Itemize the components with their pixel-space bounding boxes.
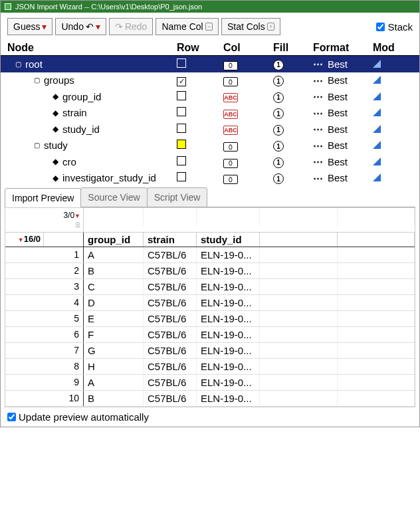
table-cell[interactable] xyxy=(260,311,338,326)
table-cell[interactable]: ELN-19-0... xyxy=(197,343,260,358)
tree-row[interactable]: ◆group_idABC1⋯Best xyxy=(1,88,419,105)
table-row[interactable]: 4DC57BL/6ELN-19-0... xyxy=(5,295,415,311)
table-cell[interactable]: ELN-19-0... xyxy=(197,247,260,262)
table-row[interactable]: 8HC57BL/6ELN-19-0... xyxy=(5,359,415,375)
table-cell[interactable]: H xyxy=(84,359,144,374)
tree-row[interactable]: ◆strainABC1⋯Best xyxy=(1,105,419,122)
fill-icon[interactable]: 1 xyxy=(273,125,284,136)
table-cell[interactable] xyxy=(338,311,415,326)
row-number[interactable]: 4 xyxy=(5,295,84,310)
row-number[interactable]: 7 xyxy=(5,343,84,358)
table-row[interactable]: 6FC57BL/6ELN-19-0... xyxy=(5,327,415,343)
format-more-icon[interactable]: ⋯ xyxy=(313,90,324,102)
column-header[interactable]: strain xyxy=(144,233,197,247)
col-type-num-icon[interactable]: ⬯ xyxy=(223,77,238,86)
mod-icon[interactable] xyxy=(373,141,381,149)
tree-row[interactable]: ▢root⬯1⋯Best xyxy=(1,56,419,72)
row-checkbox[interactable] xyxy=(177,107,186,116)
update-preview-checkbox[interactable] xyxy=(7,413,16,421)
col-type-num-icon[interactable]: ⬯ xyxy=(223,142,238,152)
table-cell[interactable] xyxy=(260,247,338,262)
tree-row[interactable]: ▢groups✓⬯1⋯Best xyxy=(1,72,419,89)
table-cell[interactable] xyxy=(338,327,415,342)
table-cell[interactable] xyxy=(338,391,415,406)
row-number[interactable]: 1 xyxy=(5,247,84,262)
table-cell[interactable]: ELN-19-0... xyxy=(197,375,260,390)
column-header[interactable]: study_id xyxy=(197,233,260,247)
table-cell[interactable]: ELN-19-0... xyxy=(197,359,260,374)
col-type-abc-icon[interactable]: ABC xyxy=(223,126,238,135)
col-type-num-icon[interactable]: ⬯ xyxy=(223,159,238,168)
table-cell[interactable] xyxy=(338,359,415,374)
table-cell[interactable]: ELN-19-0... xyxy=(197,295,260,310)
table-row[interactable]: 9AC57BL/6ELN-19-0... xyxy=(5,375,415,391)
expand-icon[interactable]: ▢ xyxy=(34,142,40,149)
row-checkbox[interactable] xyxy=(177,91,186,100)
row-checkbox[interactable] xyxy=(177,124,186,133)
tab-import-preview[interactable]: Import Preview xyxy=(5,188,81,207)
row-checkbox[interactable] xyxy=(177,140,186,149)
table-cell[interactable]: ELN-19-0... xyxy=(197,311,260,326)
table-cell[interactable]: ELN-19-0... xyxy=(197,263,260,278)
format-more-icon[interactable]: ⋯ xyxy=(313,172,324,184)
row-number[interactable]: 10 xyxy=(5,391,84,406)
table-cell[interactable]: B xyxy=(84,263,144,278)
table-cell[interactable]: C57BL/6 xyxy=(144,247,197,262)
table-cell[interactable]: C57BL/6 xyxy=(144,263,197,278)
tree-row[interactable]: ◆cro⬯1⋯Best xyxy=(1,154,419,170)
table-cell[interactable]: C57BL/6 xyxy=(144,391,197,406)
format-more-icon[interactable]: ⋯ xyxy=(313,58,324,70)
row-checkbox[interactable] xyxy=(177,172,186,181)
mod-icon[interactable] xyxy=(373,76,381,84)
col-type-num-icon[interactable]: ⬯ xyxy=(223,61,238,70)
table-cell[interactable] xyxy=(260,343,338,358)
tab-script-view[interactable]: Script View xyxy=(147,187,208,207)
table-cell[interactable] xyxy=(260,295,338,310)
table-cell[interactable]: C57BL/6 xyxy=(144,375,197,390)
row-number[interactable]: 2 xyxy=(5,263,84,278)
table-cell[interactable]: ELN-19-0... xyxy=(197,327,260,342)
table-cell[interactable]: F xyxy=(84,327,144,342)
fill-icon[interactable]: 1 xyxy=(273,60,284,70)
row-number[interactable]: 9 xyxy=(5,375,84,390)
table-cell[interactable] xyxy=(338,263,415,278)
table-row[interactable]: 2BC57BL/6ELN-19-0... xyxy=(5,263,415,279)
table-cell[interactable]: A xyxy=(84,247,144,262)
table-cell[interactable] xyxy=(338,295,415,310)
table-cell[interactable]: C57BL/6 xyxy=(144,295,197,310)
row-number[interactable]: 3 xyxy=(5,279,84,294)
fill-icon[interactable]: 1 xyxy=(273,141,284,152)
tab-source-view[interactable]: Source View xyxy=(80,187,147,207)
table-cell[interactable] xyxy=(338,247,415,262)
fill-icon[interactable]: 1 xyxy=(273,173,284,184)
redo-button[interactable]: ↷ Redo xyxy=(109,18,153,35)
row-number[interactable]: 6 xyxy=(5,327,84,342)
table-cell[interactable]: ELN-19-0... xyxy=(197,279,260,294)
fill-icon[interactable]: 1 xyxy=(273,92,284,103)
grid-rowcount[interactable]: ▼16/0 xyxy=(5,233,44,247)
table-row[interactable]: 1AC57BL/6ELN-19-0... xyxy=(5,247,415,263)
mod-icon[interactable] xyxy=(373,157,381,165)
table-cell[interactable] xyxy=(260,327,338,342)
row-number[interactable]: 8 xyxy=(5,359,84,374)
table-cell[interactable] xyxy=(260,279,338,294)
tree-row[interactable]: ▢study⬯1⋯Best xyxy=(1,138,419,154)
table-cell[interactable] xyxy=(338,375,415,390)
mod-icon[interactable] xyxy=(373,125,381,133)
format-more-icon[interactable]: ⋯ xyxy=(313,107,324,119)
stack-checkbox-input[interactable] xyxy=(376,23,385,31)
table-row[interactable]: 10BC57BL/6ELN-19-0... xyxy=(5,391,415,407)
row-checkbox[interactable]: ✓ xyxy=(177,77,186,86)
expand-icon[interactable]: ▢ xyxy=(34,76,40,84)
tree-row[interactable]: ◆investigator_study_id⬯1⋯Best xyxy=(1,170,419,187)
table-cell[interactable]: C57BL/6 xyxy=(144,343,197,358)
namecol-button[interactable]: Name Col − xyxy=(156,18,219,35)
table-cell[interactable]: G xyxy=(84,343,144,358)
mod-icon[interactable] xyxy=(373,173,381,181)
table-cell[interactable]: E xyxy=(84,311,144,326)
table-cell[interactable]: C57BL/6 xyxy=(144,327,197,342)
table-cell[interactable] xyxy=(260,263,338,278)
mod-icon[interactable] xyxy=(373,92,381,100)
table-cell[interactable] xyxy=(260,375,338,390)
guess-button[interactable]: Guess▾ xyxy=(7,18,52,35)
